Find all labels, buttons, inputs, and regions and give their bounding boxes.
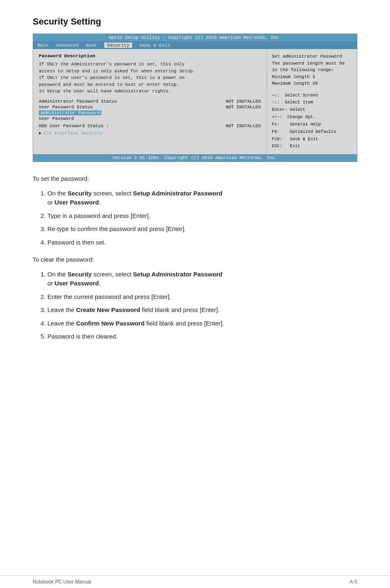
set-password-intro: To set the password: <box>33 173 357 184</box>
bios-content: Password Description If ONLY the Adminis… <box>33 49 357 154</box>
bios-key-legend: ↔↕: Select Screen ↑↓: Select Item Enter:… <box>272 92 352 150</box>
key-f10: F10: Save & Exit <box>272 136 352 143</box>
key-ud: ↑↓: Select Item <box>272 99 352 106</box>
key-enter: Enter: Select <box>272 106 352 114</box>
bios-section-title: Password Description <box>39 53 261 58</box>
instructions: To set the password: On the Security scr… <box>33 173 357 341</box>
set-step-1: On the Security screen, select Setup Adm… <box>47 189 357 207</box>
set-password-list: On the Security screen, select Setup Adm… <box>47 189 357 247</box>
status-label-user-pwd: User Password <box>39 116 74 121</box>
set-step1-bold2: Setup Administrator Password <box>133 190 222 197</box>
page-footer: Notebook PC User Manual A-5 <box>0 575 390 588</box>
key-f9: F9: Optimized Defaults <box>272 128 352 136</box>
status-row-hdd: HDD User Password Status : NOT INSTALLED <box>39 123 261 128</box>
clear-password-list: On the Security screen, select Setup Adm… <box>47 270 357 341</box>
clear-step-2: Enter the current password and press [En… <box>47 292 357 302</box>
bios-left-panel: Password Description If ONLY the Adminis… <box>33 49 267 154</box>
status-value-user: NOT INSTALLED <box>226 105 261 110</box>
clear-step-5: Password is then cleared. <box>47 332 357 341</box>
menu-advanced: Advanced <box>56 43 78 48</box>
bios-footer: Version 2.01.1204. Copyright (C) 2010 Am… <box>33 154 357 162</box>
bios-menu-bar: Main Advanced Boot Security Save & Exit <box>33 41 357 49</box>
bios-desc-line2: access to Setup and is only asked for wh… <box>39 68 261 75</box>
bios-status-table: Administrator Password Status NOT INSTAL… <box>39 99 261 128</box>
help-line3: in the following range: <box>272 67 352 74</box>
set-step-2: Type in a password and press [Enter]. <box>47 211 357 221</box>
key-arrows: ↔↕: Select Screen <box>272 92 352 99</box>
menu-main: Main <box>37 43 49 48</box>
help-line2: The password length must be <box>272 60 352 67</box>
status-value-hdd: NOT INSTALLED <box>226 123 261 128</box>
bios-title-bar: Aptio Setup Utility - Copyright (C) 2010… <box>33 34 357 41</box>
bios-desc-line1: If ONLY the Administrator's password is … <box>39 61 261 68</box>
bios-help-text: Set Administrator Password The password … <box>272 53 352 87</box>
status-value-admin: NOT INSTALLED <box>226 99 261 104</box>
key-plusminus: +/−: Change Opt. <box>272 114 352 121</box>
status-row-admin: Administrator Password Status NOT INSTAL… <box>39 99 261 104</box>
io-security-label: I/O Interface Security <box>43 131 103 136</box>
status-label-admin-pwd: Administrator Password <box>39 110 101 115</box>
status-label-admin: Administrator Password Status <box>39 99 117 104</box>
clear-step-3: Leave the Create New Password field blan… <box>47 305 357 315</box>
status-row-user-pwd: User Password <box>39 116 261 121</box>
set-step1-bold1: Security <box>67 190 92 197</box>
clear-step-1: On the Security screen, select Setup Adm… <box>47 270 357 288</box>
io-arrow-icon: ► <box>39 131 42 136</box>
menu-security: Security <box>104 43 132 48</box>
help-line5: Maximum length 20 <box>272 80 352 87</box>
bios-right-panel: Set Administrator Password The password … <box>267 49 357 154</box>
help-line4: Minimum length 3 <box>272 74 352 81</box>
bios-desc-line5: In Setup the User will have Administrato… <box>39 88 261 95</box>
clear-step-4: Leave the Confirm New Password field bla… <box>47 319 357 328</box>
footer-left: Notebook PC User Manual <box>33 579 91 585</box>
page-title: Security Setting <box>33 16 357 27</box>
clear-step1-bold1: Security <box>67 271 92 278</box>
clear-step1-bold2: Setup Administrator Password <box>133 271 222 278</box>
set-step-4: Password is then set. <box>47 238 357 247</box>
set-step1-bold3: User Password <box>55 199 99 206</box>
menu-boot: Boot <box>86 43 97 48</box>
clear-password-intro: To clear the password: <box>33 254 357 265</box>
bios-desc-line4: password and must be entered to boot or … <box>39 81 261 88</box>
bios-description: If ONLY the Administrator's password is … <box>39 61 261 95</box>
status-row-user: User Password Status NOT INSTALLED <box>39 105 261 110</box>
clear-step1-bold3: User Password <box>55 280 99 287</box>
clear-step4-bold: Confirm New Password <box>76 320 145 327</box>
status-row-admin-pwd: Administrator Password <box>39 110 261 115</box>
bios-screenshot: Aptio Setup Utility - Copyright (C) 2010… <box>33 34 357 162</box>
status-label-user: User Password Status <box>39 105 93 110</box>
help-line1: Set Administrator Password <box>272 53 352 60</box>
io-security-row: ► I/O Interface Security <box>39 131 261 136</box>
set-step-3: Re-type to confirm the password and pres… <box>47 224 357 234</box>
bios-desc-line3: If ONLY the user's password is set, this… <box>39 74 261 81</box>
menu-save-exit: Save & Exit <box>139 43 170 48</box>
key-f1: F1: General Help <box>272 121 352 128</box>
status-label-hdd: HDD User Password Status : <box>39 123 109 128</box>
footer-right: A-5 <box>350 579 357 585</box>
key-esc: ESC: Exit <box>272 143 352 150</box>
clear-step3-bold: Create New Password <box>76 306 140 313</box>
